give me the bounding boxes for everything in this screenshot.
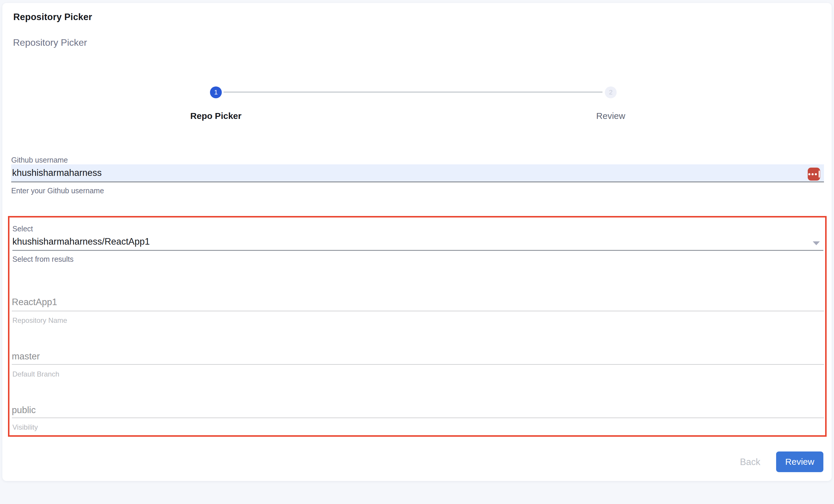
visibility-label: Visibility	[13, 423, 38, 431]
repo-select-helper: Select from results	[13, 255, 73, 264]
password-manager-bar	[819, 170, 820, 178]
default-branch-label: Default Branch	[13, 370, 59, 378]
step-2-number: 2	[609, 89, 613, 96]
password-manager-dot	[808, 173, 810, 175]
step-1-label: Repo Picker	[169, 111, 263, 121]
page-title: Repository Picker	[13, 12, 92, 22]
repo-select-underline	[13, 250, 824, 251]
step-1-circle[interactable]: 1	[210, 87, 222, 98]
github-username-input[interactable]	[11, 164, 824, 182]
repository-name-value: ReactApp1	[12, 297, 57, 307]
password-manager-dot	[812, 173, 814, 175]
step-2-label: Review	[564, 111, 658, 121]
stepper-connector-line	[223, 92, 602, 92]
default-branch-underline	[12, 364, 824, 365]
repo-select[interactable]: khushisharmaharness/ReactApp1	[13, 236, 824, 249]
default-branch-value: master	[12, 351, 40, 362]
back-button[interactable]: Back	[721, 457, 780, 468]
password-manager-icon[interactable]	[808, 168, 820, 181]
visibility-underline	[12, 417, 824, 418]
repository-picker-card: Repository Picker Repository Picker 1 2 …	[2, 3, 832, 481]
repository-name-underline	[12, 311, 824, 311]
github-username-label: Github username	[11, 156, 68, 164]
repo-select-value: khushisharmaharness/ReactApp1	[13, 236, 150, 247]
github-username-helper: Enter your Github username	[11, 186, 104, 195]
step-1-number: 1	[214, 89, 218, 96]
chevron-down-icon	[813, 242, 820, 245]
visibility-value: public	[12, 405, 36, 415]
step-2-circle[interactable]: 2	[605, 87, 617, 98]
repo-results-highlight-box: Select khushisharmaharness/ReactApp1 Sel…	[8, 216, 827, 437]
password-manager-dot	[815, 173, 817, 175]
repo-select-label: Select	[13, 225, 33, 233]
repository-name-label: Repository Name	[13, 316, 67, 325]
page-subtitle: Repository Picker	[13, 37, 87, 48]
review-button[interactable]: Review	[776, 452, 824, 472]
